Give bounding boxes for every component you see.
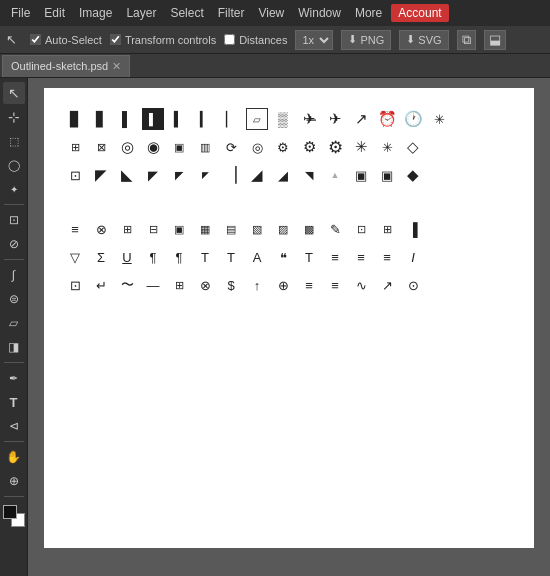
tool-select-ellipse[interactable]: ⬚ <box>3 130 25 152</box>
main-layout: ↖ ⊹ ⬚ ◯ ✦ ⊡ ⊘ ∫ ⊜ ▱ ◨ ✒ T ⊲ ✋ ⊕ ▊ <box>0 78 550 576</box>
menu-file[interactable]: File <box>4 4 37 22</box>
icon-hamburger: ≡ <box>64 218 86 240</box>
icon-grid1: ⊞ <box>116 218 138 240</box>
icon-list1: ≡ <box>324 246 346 268</box>
icon-row-4: ≡ ⊗ ⊞ ⊟ ▣ ▦ ▤ ▧ ▨ ▩ ✎ ⊡ ⊞ ▐ <box>64 218 514 240</box>
distances-checkbox[interactable] <box>224 34 235 45</box>
auto-select-label[interactable]: Auto-Select <box>30 34 102 46</box>
tool-type[interactable]: T <box>3 391 25 413</box>
menu-window[interactable]: Window <box>291 4 348 22</box>
icon-bat8: ▱ <box>246 108 268 130</box>
icon-dotgrid: ⊡ <box>350 218 372 240</box>
color-swatches[interactable] <box>3 505 25 527</box>
tool-clone[interactable]: ⊜ <box>3 288 25 310</box>
menu-select[interactable]: Select <box>163 4 210 22</box>
export-png-button[interactable]: ⬇ PNG <box>341 30 391 50</box>
icon-text-a: A <box>246 246 268 268</box>
icon-text-t2: T <box>220 246 242 268</box>
menu-account[interactable]: Account <box>391 4 448 22</box>
icon-pilcrow1: ¶ <box>142 246 164 268</box>
icon-alarm: ⏰ <box>376 108 398 130</box>
icon-text-t3: T <box>298 246 320 268</box>
icon-tri7: ◢ <box>272 164 294 186</box>
icon-bat5: ▍ <box>168 108 190 130</box>
tool-move[interactable]: ↖ <box>3 82 25 104</box>
icon-circle-dot: ◎ <box>246 136 268 158</box>
toolbar: ↖ ⊹ ⬚ ◯ ✦ ⊡ ⊘ ∫ ⊜ ▱ ◨ ✒ T ⊲ ✋ ⊕ <box>0 78 28 576</box>
icon-grid7: ▨ <box>272 218 294 240</box>
icon-bat4: ▌ <box>142 108 164 130</box>
transform-controls-checkbox[interactable] <box>110 34 121 45</box>
icon-signal2: ⊠ <box>90 136 112 158</box>
icon-link: ⊗ <box>90 218 112 240</box>
icon-tri4: ◤ <box>168 164 190 186</box>
export-svg-button[interactable]: ⬇ SVG <box>399 30 448 50</box>
icon-grid5: ▤ <box>220 218 242 240</box>
foreground-color[interactable] <box>3 505 17 519</box>
paste-icon: ⬓ <box>489 32 501 47</box>
icon-circle-s: ⊙ <box>402 274 424 296</box>
tool-pen[interactable]: ✒ <box>3 367 25 389</box>
tool-magic-wand[interactable]: ✦ <box>3 178 25 200</box>
copy-icon: ⧉ <box>462 32 471 48</box>
icon-dash: — <box>142 274 164 296</box>
icon-diamond: ◇ <box>402 136 424 158</box>
icon-wave: 〜 <box>116 274 138 296</box>
paste-button[interactable]: ⬓ <box>484 30 506 50</box>
tool-eyedropper[interactable]: ⊘ <box>3 233 25 255</box>
icon-bluetooth: ✳ <box>428 108 450 130</box>
icon-target: ◎ <box>116 136 138 158</box>
menu-filter[interactable]: Filter <box>211 4 252 22</box>
icon-bat2: ▋ <box>90 108 112 130</box>
tool-path[interactable]: ⊲ <box>3 415 25 437</box>
tool-brush[interactable]: ∫ <box>3 264 25 286</box>
tab-close-button[interactable]: ✕ <box>112 60 121 73</box>
tool-gradient[interactable]: ◨ <box>3 336 25 358</box>
icon-enter: ↵ <box>90 274 112 296</box>
canvas-content: ▊ ▋ ▌ ▌ ▍ ▎ ▏ ▱ ▒ ✈̶ ✈ ↗ ⏰ 🕐 ✳ <box>44 88 534 548</box>
copy-button[interactable]: ⧉ <box>457 30 476 50</box>
tab-bar: Outlined-sketch.psd ✕ <box>0 54 550 78</box>
icon-gear2: ⚙ <box>298 136 320 158</box>
icon-bar-chart: ▐ <box>402 218 424 240</box>
tool-zoom[interactable]: ⊕ <box>3 470 25 492</box>
tool-select-rect[interactable]: ⊹ <box>3 106 25 128</box>
zoom-select[interactable]: 1x 2x <box>295 30 333 50</box>
canvas-area[interactable]: ▊ ▋ ▌ ▌ ▍ ▎ ▏ ▱ ▒ ✈̶ ✈ ↗ ⏰ 🕐 ✳ <box>28 78 550 576</box>
icon-grid-sq: ▣ <box>168 136 190 158</box>
icon-tri6: ◢ <box>246 164 268 186</box>
tool-lasso[interactable]: ◯ <box>3 154 25 176</box>
icon-image: ⊞ <box>168 274 190 296</box>
menu-edit[interactable]: Edit <box>37 4 72 22</box>
distances-label[interactable]: Distances <box>224 34 287 46</box>
icon-wifi: ◆ <box>402 164 424 186</box>
menu-view[interactable]: View <box>251 4 291 22</box>
icon-no-plane: ✈̶ <box>298 108 320 130</box>
tool-eraser[interactable]: ▱ <box>3 312 25 334</box>
icon-arrow-ne: ↗ <box>376 274 398 296</box>
document-tab[interactable]: Outlined-sketch.psd ✕ <box>2 55 130 77</box>
icon-grid2: ⊟ <box>142 218 164 240</box>
icon-row-5: ▽ Σ U ¶ ¶ T T A ❝ T ≡ ≡ ≡ I <box>64 246 514 268</box>
icon-down-arrow: ▽ <box>64 246 86 268</box>
icon-italic: I <box>402 246 424 268</box>
menu-layer[interactable]: Layer <box>119 4 163 22</box>
tool-hand[interactable]: ✋ <box>3 446 25 468</box>
transform-controls-label[interactable]: Transform controls <box>110 34 216 46</box>
icon-dollar: $ <box>220 274 242 296</box>
menu-image[interactable]: Image <box>72 4 119 22</box>
tool-crop[interactable]: ⊡ <box>3 209 25 231</box>
icon-calendar: ⊡ <box>64 274 86 296</box>
icon-tri9: ▲ <box>324 164 346 186</box>
menu-more[interactable]: More <box>348 4 389 22</box>
icon-plane: ✈ <box>324 108 346 130</box>
icon-bat7: ▏ <box>220 108 242 130</box>
icon-row-2: ⊞ ⊠ ◎ ◉ ▣ ▥ ⟳ ◎ ⚙ ⚙ ⚙ ✳ ✳ ◇ <box>64 136 514 158</box>
icon-gear1: ⚙ <box>272 136 294 158</box>
icon-bat6: ▎ <box>194 108 216 130</box>
auto-select-checkbox[interactable] <box>30 34 41 45</box>
icon-grid: ▊ ▋ ▌ ▌ ▍ ▎ ▏ ▱ ▒ ✈̶ ✈ ↗ ⏰ 🕐 ✳ <box>64 108 514 296</box>
icon-plus-circle: ⊕ <box>272 274 294 296</box>
toolbar-divider-3 <box>4 362 24 363</box>
icon-table: ⊞ <box>376 218 398 240</box>
